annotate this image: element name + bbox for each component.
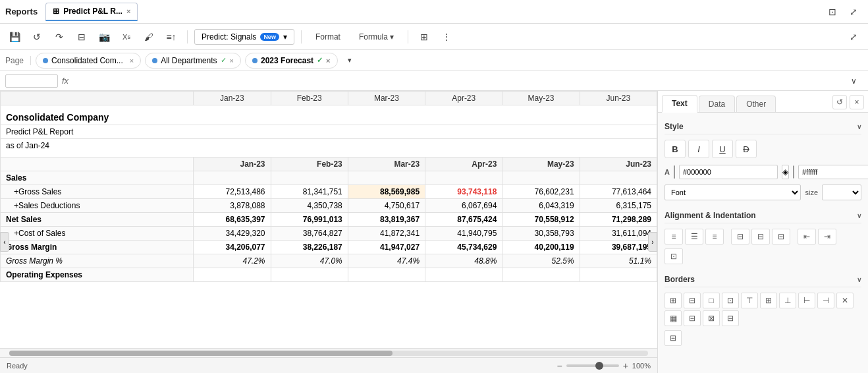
data-cell[interactable] — [580, 171, 657, 185]
italic-button[interactable]: I — [688, 140, 709, 158]
data-cell[interactable]: 93,743,118 — [425, 185, 502, 199]
data-cell[interactable]: 87,675,424 — [425, 213, 502, 227]
zoom-out-button[interactable]: − — [556, 360, 562, 371]
tab3-close[interactable]: × — [326, 57, 330, 65]
align-justify-button[interactable]: ⊟ — [731, 229, 749, 244]
panel-tab-data[interactable]: Data — [699, 96, 735, 112]
sheet-scroll[interactable]: Jan-23 Feb-23 Mar-23 Apr-23 May-23 Jun-2… — [0, 91, 657, 348]
text-color-picker[interactable]: ◈ — [782, 165, 789, 179]
active-tab[interactable]: ⊞ Predict P&L R... × — [45, 3, 138, 21]
more-button[interactable]: ⋮ — [437, 28, 456, 46]
data-cell[interactable] — [502, 268, 580, 282]
data-cell[interactable]: 6,315,175 — [580, 199, 657, 213]
data-cell[interactable]: 41,940,795 — [425, 227, 502, 241]
sort-button[interactable]: ≡↑ — [162, 28, 180, 46]
data-cell[interactable]: 41,872,341 — [348, 227, 425, 241]
data-cell[interactable] — [348, 268, 425, 282]
data-cell[interactable]: 6,043,319 — [502, 199, 580, 213]
camera-button[interactable]: 📷 — [95, 28, 113, 46]
border-thick-button[interactable]: ▦ — [665, 310, 682, 326]
panel-close-button[interactable]: × — [850, 95, 864, 109]
scrollbar-track[interactable] — [9, 351, 648, 356]
border-top-button[interactable]: ⊤ — [741, 293, 758, 308]
insert-table-button[interactable]: ⊟ — [72, 28, 91, 46]
data-cell[interactable]: 52.5% — [502, 254, 580, 268]
subscript-button[interactable]: Xs — [117, 28, 136, 46]
data-cell[interactable]: 48.8% — [425, 254, 502, 268]
border-reset-button[interactable]: ⊟ — [665, 330, 682, 346]
panel-tab-other[interactable]: Other — [736, 96, 776, 112]
tab-all-departments[interactable]: All Departments ✓ × — [145, 53, 241, 69]
data-cell[interactable]: 72,513,486 — [194, 185, 271, 199]
data-cell[interactable]: 71,298,289 — [580, 213, 657, 227]
size-select[interactable] — [822, 185, 861, 200]
border-bottom-button[interactable]: ⊥ — [779, 293, 796, 308]
fullscreen-button[interactable]: ⤢ — [844, 28, 863, 46]
data-cell[interactable]: 4,350,738 — [271, 199, 348, 213]
data-cell[interactable] — [425, 268, 502, 282]
format-button[interactable]: Format — [308, 29, 348, 45]
border-dash-button[interactable]: ⊟ — [684, 310, 701, 326]
indent-left-button[interactable]: ⇤ — [798, 229, 816, 244]
data-cell[interactable] — [271, 268, 348, 282]
data-cell[interactable] — [194, 171, 271, 185]
data-cell[interactable]: 34,429,320 — [194, 227, 271, 241]
border-mid-button[interactable]: ⊞ — [760, 293, 777, 308]
data-cell[interactable] — [502, 171, 580, 185]
border-all-button[interactable]: ⊞ — [665, 293, 682, 308]
save-button[interactable]: 💾 — [5, 28, 24, 46]
tab-2023-forecast[interactable]: 2023 Forecast ✓ × — [245, 53, 338, 69]
horizontal-scrollbar[interactable] — [0, 348, 657, 357]
indent-right-button[interactable]: ⇥ — [818, 229, 836, 244]
data-cell[interactable] — [425, 171, 502, 185]
data-cell[interactable]: 47.4% — [348, 254, 425, 268]
data-cell[interactable]: 41,947,027 — [348, 241, 425, 254]
tabs-expand-button[interactable]: ▾ — [342, 53, 357, 68]
grid-button[interactable]: ⊞ — [415, 28, 433, 46]
align-center-button[interactable]: ☰ — [685, 229, 703, 244]
panel-tab-text[interactable]: Text — [662, 95, 697, 113]
strikethrough-button[interactable]: D — [736, 140, 757, 158]
font-select[interactable]: Font — [665, 185, 801, 200]
border-extra-button[interactable]: ⊟ — [722, 310, 739, 326]
border-outer-button[interactable]: □ — [703, 293, 720, 308]
style-section-header[interactable]: Style ∨ — [665, 119, 861, 134]
panel-refresh-button[interactable]: ↺ — [832, 95, 847, 109]
bg-color-input[interactable] — [798, 165, 868, 179]
zoom-slider[interactable] — [566, 364, 619, 367]
bg-color-swatch[interactable] — [793, 165, 794, 179]
data-cell[interactable]: 30,358,793 — [502, 227, 580, 241]
data-cell[interactable] — [271, 171, 348, 185]
data-cell[interactable]: 40,200,119 — [502, 241, 580, 254]
align-left-button[interactable]: ≡ — [665, 229, 683, 244]
border-left-button[interactable]: ⊢ — [798, 293, 815, 308]
left-collapse-button[interactable]: ‹ — [0, 232, 9, 252]
data-cell[interactable]: 34,206,077 — [194, 241, 271, 254]
right-collapse-button[interactable]: › — [648, 232, 657, 252]
data-cell[interactable] — [194, 268, 271, 282]
tab1-close[interactable]: × — [130, 57, 134, 65]
border-inner-button[interactable]: ⊟ — [684, 293, 701, 308]
data-cell[interactable]: 6,067,694 — [425, 199, 502, 213]
border-none-button[interactable]: ✕ — [836, 293, 854, 308]
data-cell[interactable] — [348, 171, 425, 185]
data-cell[interactable]: 38,764,827 — [271, 227, 348, 241]
border-diag-button[interactable]: ⊠ — [703, 310, 720, 326]
data-cell[interactable]: 38,226,187 — [271, 241, 348, 254]
data-cell[interactable]: 76,602,231 — [502, 185, 580, 199]
formula-expand-button[interactable]: ∨ — [844, 72, 863, 90]
data-cell[interactable]: 47.0% — [271, 254, 348, 268]
text-color-input[interactable] — [679, 165, 778, 179]
bold-button[interactable]: B — [665, 140, 686, 158]
wrap-button[interactable]: ⊡ — [665, 248, 683, 264]
expand-button[interactable]: ⤢ — [844, 3, 863, 21]
data-cell[interactable]: 4,750,617 — [348, 199, 425, 213]
tab-consolidated[interactable]: Consolidated Com... × — [36, 53, 141, 69]
data-cell[interactable]: 83,819,367 — [348, 213, 425, 227]
align-bottom-button[interactable]: ⊟ — [772, 229, 790, 244]
data-cell[interactable]: 81,341,751 — [271, 185, 348, 199]
refresh-button[interactable]: ↺ — [28, 28, 46, 46]
align-right-button[interactable]: ≡ — [705, 229, 724, 244]
data-cell[interactable]: 45,734,629 — [425, 241, 502, 254]
data-cell[interactable]: 3,878,088 — [194, 199, 271, 213]
